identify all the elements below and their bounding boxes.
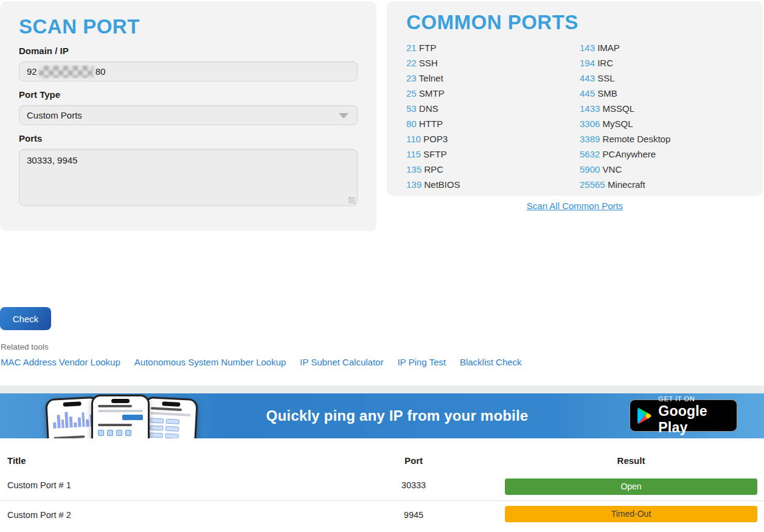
mobile-app-banner: Quickly ping any IP from your mobile GET… — [0, 393, 764, 438]
port-number-link[interactable]: 139 — [406, 179, 422, 190]
mini-icon-grid — [98, 430, 143, 436]
list-item: 21 FTP — [406, 40, 580, 55]
ports-textarea[interactable]: 30333, 9945 — [19, 149, 358, 206]
list-item: 80 HTTP — [406, 116, 580, 131]
port-name: VNC — [603, 164, 622, 174]
result-row-title: Custom Port # 1 — [7, 480, 71, 490]
scan-port-panel: SCAN PORT Domain / IP 9280 Port Type Cus… — [0, 1, 377, 231]
scan-all-common-ports-link[interactable]: Scan All Common Ports — [527, 201, 623, 211]
google-play-badge-text: GET IT ON Google Play — [658, 395, 729, 436]
port-name: FTP — [419, 43, 436, 53]
list-item: 5632 PCAnywhere — [580, 147, 750, 162]
list-item: 135 RPC — [406, 162, 580, 177]
list-item: 3389 Remote Desktop — [580, 131, 750, 147]
port-name: MySQL — [603, 119, 633, 129]
port-name: POP3 — [423, 134, 448, 144]
port-number-link[interactable]: 21 — [406, 43, 417, 53]
port-number-link[interactable]: 194 — [580, 58, 595, 68]
port-name: SFTP — [423, 149, 446, 159]
port-name: SSH — [419, 58, 438, 68]
port-number-link[interactable]: 135 — [406, 164, 422, 174]
divider-strip — [0, 385, 764, 393]
common-ports-title: COMMON PORTS — [406, 12, 763, 33]
result-row-port: 9945 — [377, 510, 450, 520]
link-ip-ping-test[interactable]: IP Ping Test — [397, 357, 446, 367]
domain-ip-input[interactable]: 9280 — [19, 61, 358, 81]
port-number-link[interactable]: 143 — [580, 43, 595, 53]
status-badge-open: Open — [505, 478, 757, 495]
list-item: 5900 VNC — [580, 162, 750, 177]
port-number-link[interactable]: 115 — [406, 149, 421, 159]
common-ports-list: 21 FTP 22 SSH 23 Telnet 25 SMTP 53 DNS 8… — [406, 40, 763, 192]
list-item: 115 SFTP — [406, 147, 580, 162]
port-number-link[interactable]: 443 — [580, 73, 595, 83]
port-name: SSL — [597, 73, 614, 83]
port-number-link[interactable]: 53 — [406, 103, 417, 114]
port-number-link[interactable]: 5632 — [580, 149, 600, 159]
column-header-port: Port — [377, 455, 450, 466]
domain-ip-masked-segment — [39, 66, 94, 78]
link-mac-address-vendor-lookup[interactable]: MAC Address Vendor Lookup — [1, 357, 120, 367]
scan-all-wrap: Scan All Common Ports — [387, 201, 763, 212]
port-type-label: Port Type — [19, 89, 358, 100]
port-name: NetBIOS — [424, 179, 460, 190]
column-header-result: Result — [505, 455, 757, 466]
port-name: SMTP — [419, 88, 445, 98]
list-item: 23 Telnet — [406, 71, 580, 86]
list-item: 139 NetBIOS — [406, 177, 580, 192]
banner-title: Quickly ping any IP from your mobile — [170, 393, 624, 438]
phone-notch — [111, 399, 130, 403]
badge-get-it-on: GET IT ON — [658, 395, 729, 403]
link-ip-subnet-calculator[interactable]: IP Subnet Calculator — [300, 357, 383, 367]
domain-ip-value-prefix: 92 — [27, 66, 37, 77]
mini-button — [122, 415, 143, 420]
port-name: HTTP — [419, 119, 443, 129]
list-item: 25 SMTP — [406, 86, 580, 101]
list-item: 110 POP3 — [406, 131, 580, 147]
port-type-selected-value: Custom Ports — [27, 110, 82, 120]
common-ports-column-left: 21 FTP 22 SSH 23 Telnet 25 SMTP 53 DNS 8… — [406, 40, 580, 192]
ports-label: Ports — [19, 133, 358, 143]
list-item: 3306 MySQL — [580, 116, 750, 131]
row-divider — [0, 500, 764, 501]
phone-notch — [63, 401, 81, 407]
port-number-link[interactable]: 80 — [406, 119, 417, 129]
port-number-link[interactable]: 1433 — [580, 103, 600, 114]
related-tools-heading: Related tools — [1, 342, 49, 351]
common-ports-panel: COMMON PORTS 21 FTP 22 SSH 23 Telnet 25 … — [387, 1, 763, 196]
port-name: RPC — [424, 164, 443, 174]
port-number-link[interactable]: 22 — [406, 58, 417, 68]
list-item: 22 SSH — [406, 55, 580, 71]
status-badge-timeout: Timed-Out — [505, 506, 757, 522]
list-item: 143 IMAP — [580, 40, 750, 55]
domain-ip-label: Domain / IP — [19, 46, 358, 56]
link-blacklist-check[interactable]: Blacklist Check — [460, 357, 522, 367]
port-number-link[interactable]: 25565 — [580, 179, 605, 190]
ports-value: 30333, 9945 — [27, 155, 77, 165]
result-row-title: Custom Port # 2 — [7, 510, 71, 520]
port-name: DNS — [419, 103, 439, 114]
resize-handle-icon[interactable] — [349, 197, 355, 204]
scan-port-title: SCAN PORT — [19, 16, 358, 38]
port-number-link[interactable]: 23 — [406, 73, 417, 83]
list-item: 53 DNS — [406, 101, 580, 116]
check-button[interactable]: Check — [0, 307, 51, 330]
port-number-link[interactable]: 445 — [580, 88, 595, 98]
port-number-link[interactable]: 3389 — [580, 134, 600, 144]
port-type-select[interactable]: Custom Ports — [19, 105, 358, 125]
port-name: Minecraft — [608, 179, 645, 190]
port-number-link[interactable]: 5900 — [580, 164, 600, 174]
port-name: PCAnywhere — [603, 149, 656, 159]
port-name: IMAP — [597, 43, 620, 53]
list-item: 25565 Minecraft — [580, 177, 750, 192]
port-number-link[interactable]: 3306 — [580, 119, 600, 129]
related-tools-links: MAC Address Vendor Lookup Autonomous Sys… — [1, 357, 522, 367]
google-play-badge[interactable]: GET IT ON Google Play — [630, 399, 737, 432]
column-header-title: Title — [7, 455, 26, 466]
port-name: MSSQL — [603, 103, 635, 114]
port-name: SMB — [597, 88, 617, 98]
port-number-link[interactable]: 110 — [406, 134, 421, 144]
port-name: IRC — [597, 58, 613, 68]
port-number-link[interactable]: 25 — [406, 88, 417, 98]
link-autonomous-system-number-lookup[interactable]: Autonomous System Number Lookup — [134, 357, 286, 367]
